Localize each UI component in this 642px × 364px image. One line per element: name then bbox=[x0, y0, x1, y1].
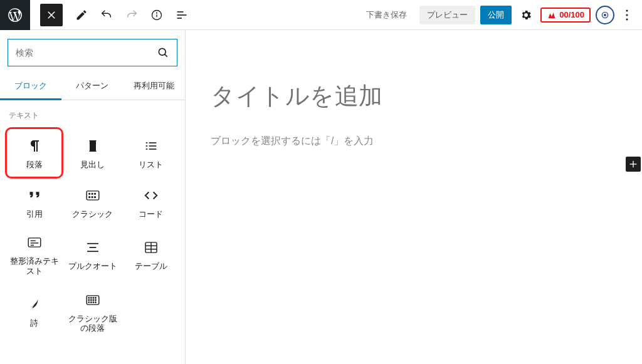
redo-button[interactable] bbox=[119, 4, 144, 26]
edit-mode-button[interactable] bbox=[69, 4, 94, 26]
svg-point-27 bbox=[88, 196, 90, 197]
info-icon bbox=[150, 9, 163, 21]
svg-point-9 bbox=[626, 9, 628, 11]
classic-paragraph-icon bbox=[85, 292, 101, 308]
publish-button[interactable]: 公開 bbox=[480, 6, 512, 24]
svg-point-46 bbox=[88, 299, 89, 300]
preformatted-icon bbox=[26, 234, 43, 251]
block-item-classic-paragraph[interactable]: クラシック版 の段落 bbox=[63, 283, 122, 340]
undo-icon bbox=[100, 8, 113, 22]
svg-point-50 bbox=[88, 301, 89, 302]
toolbar-left bbox=[30, 4, 194, 26]
pencil-icon bbox=[75, 9, 88, 21]
svg-rect-30 bbox=[28, 238, 41, 247]
tab-reusable[interactable]: 再利用可能 bbox=[124, 73, 185, 100]
seo-score-box[interactable]: 00/100 bbox=[540, 8, 591, 23]
save-draft-button[interactable]: 下書き保存 bbox=[359, 6, 414, 24]
list-icon bbox=[143, 138, 159, 154]
svg-point-24 bbox=[88, 193, 90, 194]
svg-point-10 bbox=[626, 14, 628, 16]
svg-rect-23 bbox=[87, 191, 99, 200]
block-label: リスト bbox=[139, 160, 163, 170]
block-label: コード bbox=[139, 210, 163, 220]
block-label: 詩 bbox=[30, 319, 38, 329]
search-box[interactable] bbox=[8, 39, 177, 66]
svg-point-49 bbox=[95, 299, 95, 300]
svg-point-52 bbox=[93, 301, 93, 302]
inserter-scroll[interactable]: テキスト 段落 見出し bbox=[0, 100, 185, 364]
section-text-label: テキスト bbox=[0, 100, 185, 127]
block-label: クラシック版 の段落 bbox=[68, 315, 117, 334]
block-item-table[interactable]: テーブル bbox=[122, 226, 180, 283]
close-icon bbox=[46, 9, 57, 21]
details-button[interactable] bbox=[144, 4, 169, 26]
gear-icon bbox=[520, 9, 532, 21]
target-icon bbox=[600, 10, 610, 20]
svg-point-48 bbox=[93, 299, 93, 300]
svg-point-45 bbox=[95, 297, 95, 298]
svg-point-25 bbox=[92, 193, 93, 194]
svg-point-11 bbox=[626, 18, 628, 20]
quote-icon bbox=[26, 187, 43, 204]
toolbar-right: 下書き保存 プレビュー 公開 00/100 bbox=[359, 4, 642, 26]
block-grid: 段落 見出し リスト bbox=[0, 127, 185, 353]
block-label: 見出し bbox=[80, 160, 105, 170]
post-title-input[interactable]: タイトルを追加 bbox=[186, 30, 642, 120]
seo-score-text: 00/100 bbox=[559, 10, 584, 19]
block-item-heading[interactable]: 見出し bbox=[63, 127, 122, 179]
classic-icon bbox=[85, 187, 101, 204]
svg-line-13 bbox=[165, 55, 167, 57]
verse-icon bbox=[26, 296, 43, 313]
block-label: 引用 bbox=[26, 210, 43, 220]
block-placeholder[interactable]: ブロックを選択するには「/」を入力 bbox=[186, 120, 642, 148]
block-item-paragraph[interactable]: 段落 bbox=[5, 127, 63, 179]
svg-point-44 bbox=[93, 297, 93, 298]
block-item-quote[interactable]: 引用 bbox=[5, 179, 63, 226]
code-icon bbox=[143, 187, 159, 204]
block-item-code[interactable]: コード bbox=[122, 179, 180, 226]
block-item-list[interactable]: リスト bbox=[122, 127, 180, 179]
block-label: テーブル bbox=[135, 262, 167, 272]
editor-canvas: タイトルを追加 ブロックを選択するには「/」を入力 bbox=[186, 30, 642, 364]
block-label: 段落 bbox=[26, 160, 43, 170]
svg-point-8 bbox=[604, 14, 606, 16]
paragraph-icon bbox=[26, 138, 43, 154]
wp-logo[interactable] bbox=[0, 0, 30, 30]
svg-point-42 bbox=[88, 297, 89, 298]
svg-point-26 bbox=[94, 193, 95, 194]
accessibility-button[interactable] bbox=[596, 6, 614, 24]
close-inserter-button[interactable] bbox=[40, 4, 63, 26]
block-item-pullquote[interactable]: プルクオート bbox=[63, 226, 122, 283]
svg-point-12 bbox=[159, 48, 166, 55]
search-input[interactable] bbox=[16, 48, 157, 58]
seo-score-icon bbox=[547, 10, 557, 20]
bookmark-icon bbox=[85, 138, 101, 154]
redo-icon bbox=[125, 8, 139, 22]
svg-point-51 bbox=[90, 301, 91, 302]
svg-point-28 bbox=[92, 196, 93, 197]
block-label: クラシック bbox=[72, 210, 113, 220]
preview-button[interactable]: プレビュー bbox=[419, 6, 475, 24]
more-menu-button[interactable] bbox=[619, 4, 634, 26]
tab-blocks[interactable]: ブロック bbox=[0, 73, 61, 100]
block-label: 整形済みテキ スト bbox=[10, 257, 59, 276]
outline-button[interactable] bbox=[169, 4, 194, 26]
kebab-icon bbox=[626, 9, 628, 21]
svg-point-2 bbox=[157, 13, 157, 13]
undo-button[interactable] bbox=[94, 4, 119, 26]
search-wrap bbox=[0, 30, 185, 73]
block-inserter-panel: ブロック パターン 再利用可能 テキスト 段落 見出し bbox=[0, 30, 186, 364]
wordpress-icon bbox=[7, 7, 23, 23]
plus-icon bbox=[628, 159, 638, 169]
settings-button[interactable] bbox=[517, 6, 535, 24]
block-item-preformatted[interactable]: 整形済みテキ スト bbox=[5, 226, 63, 283]
block-item-verse[interactable]: 詩 bbox=[5, 283, 63, 340]
svg-point-47 bbox=[90, 299, 91, 300]
tab-patterns[interactable]: パターン bbox=[61, 73, 123, 100]
add-block-button[interactable] bbox=[626, 157, 641, 172]
svg-point-29 bbox=[94, 196, 95, 197]
top-toolbar: 下書き保存 プレビュー 公開 00/100 bbox=[0, 0, 642, 30]
block-item-classic[interactable]: クラシック bbox=[63, 179, 122, 226]
svg-point-53 bbox=[95, 301, 95, 302]
table-icon bbox=[143, 239, 159, 256]
